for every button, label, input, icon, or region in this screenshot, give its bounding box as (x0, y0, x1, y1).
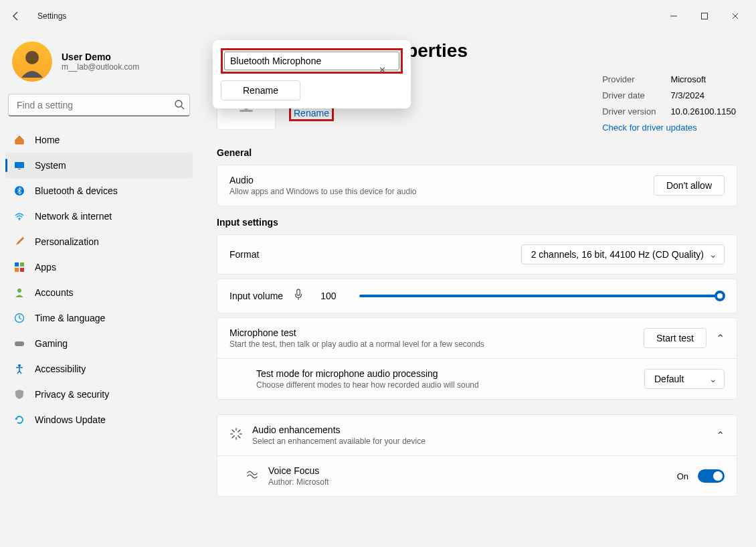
chevron-down-icon: ⌄ (709, 249, 717, 260)
wifi-icon (13, 210, 25, 222)
nav-system[interactable]: System (5, 153, 193, 178)
voice-focus-toggle[interactable] (698, 469, 725, 483)
sidebar: User Demo m__lab@outlook.com Home System… (0, 32, 201, 547)
rename-input[interactable] (224, 52, 399, 70)
search-icon (174, 99, 185, 112)
chevron-up-icon[interactable]: ⌃ (716, 429, 725, 442)
svg-rect-11 (15, 268, 19, 272)
svg-point-3 (175, 100, 182, 107)
svg-line-4 (181, 106, 184, 109)
nav-time[interactable]: Time & language (5, 305, 193, 331)
audio-title: Audio (229, 175, 644, 185)
window-title: Settings (37, 11, 66, 21)
volume-value: 100 (320, 291, 336, 301)
general-heading: General (217, 147, 737, 158)
svg-rect-6 (18, 169, 21, 169)
avatar (12, 42, 52, 82)
mic-icon (292, 289, 304, 303)
audio-sub: Allow apps and Windows to use this devic… (229, 187, 644, 196)
nav-home[interactable]: Home (5, 127, 193, 153)
svg-point-2 (25, 51, 39, 64)
format-select[interactable]: 2 channels, 16 bit, 44100 Hz (CD Quality… (521, 244, 725, 264)
nav-accessibility[interactable]: Accessibility (5, 356, 193, 382)
voice-focus-icon (246, 468, 259, 484)
start-test-button[interactable]: Start test (644, 328, 706, 348)
nav-accounts[interactable]: Accounts (5, 280, 193, 305)
nav-network[interactable]: Network & internet (5, 204, 193, 229)
maximize-button[interactable] (689, 5, 720, 27)
svg-rect-10 (20, 262, 24, 266)
rename-popup: ✕ Rename (213, 40, 411, 108)
clear-icon[interactable]: ✕ (379, 65, 386, 75)
svg-point-13 (17, 289, 21, 293)
person-icon (13, 287, 25, 299)
chevron-down-icon: ⌄ (709, 374, 717, 384)
svg-rect-19 (240, 110, 253, 112)
nav-personalization[interactable]: Personalization (5, 229, 193, 254)
nav-apps[interactable]: Apps (5, 254, 193, 280)
nav-update[interactable]: Windows Update (5, 407, 193, 433)
clock-icon (13, 312, 25, 324)
rename-link[interactable]: Rename (294, 108, 329, 119)
apps-icon (13, 261, 25, 273)
shield-icon (13, 388, 25, 400)
dont-allow-button[interactable]: Don't allow (654, 175, 725, 196)
minimize-button[interactable] (658, 5, 689, 27)
svg-point-8 (19, 219, 20, 220)
rename-confirm-button[interactable]: Rename (221, 80, 300, 100)
back-button[interactable] (5, 5, 27, 27)
update-icon (13, 414, 25, 426)
input-heading: Input settings (217, 217, 737, 228)
test-mode-select[interactable]: Default ⌄ (644, 369, 725, 389)
search-input[interactable] (8, 94, 190, 116)
home-icon (13, 134, 25, 146)
nav-privacy[interactable]: Privacy & security (5, 382, 193, 407)
svg-rect-15 (15, 341, 24, 346)
check-driver-link[interactable]: Check for driver updates (602, 123, 697, 133)
svg-rect-9 (15, 262, 19, 266)
nav-bluetooth[interactable]: Bluetooth & devices (5, 178, 193, 204)
system-icon (13, 159, 25, 171)
bluetooth-icon (13, 185, 25, 197)
chevron-up-icon[interactable]: ⌃ (716, 332, 725, 345)
brush-icon (13, 236, 25, 248)
user-email: m__lab@outlook.com (62, 62, 139, 72)
svg-rect-12 (20, 268, 24, 272)
enhancements-icon (229, 427, 243, 443)
volume-slider[interactable] (359, 295, 725, 297)
user-name: User Demo (62, 52, 139, 62)
nav-gaming[interactable]: Gaming (5, 331, 193, 356)
user-block[interactable]: User Demo m__lab@outlook.com (5, 37, 193, 94)
svg-rect-5 (15, 162, 24, 168)
main-content: System › Sound › Properties Rename Provi… (201, 32, 756, 547)
svg-rect-20 (297, 290, 300, 296)
svg-point-16 (18, 364, 21, 367)
titlebar: Settings (0, 0, 756, 32)
svg-rect-1 (702, 13, 708, 19)
accessibility-icon (13, 363, 25, 375)
driver-info: ProviderMicrosoft Driver date7/3/2024 Dr… (601, 71, 737, 137)
close-button[interactable] (720, 5, 751, 27)
gamepad-icon (13, 337, 25, 349)
